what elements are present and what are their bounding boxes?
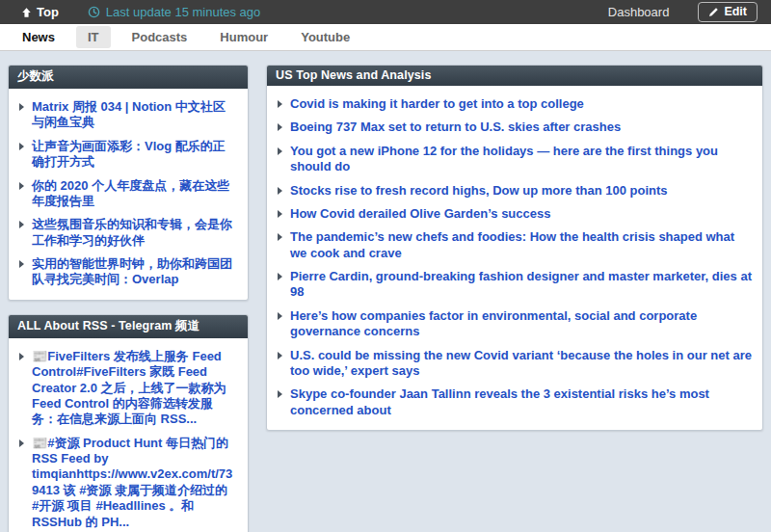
feed-item-link[interactable]: Here’s how companies factor in environme…	[290, 308, 752, 340]
category-tab-bar: News IT Podcasts Humour Youtube	[0, 24, 771, 51]
scroll-top-link[interactable]: Top	[21, 5, 59, 19]
feed-item: U.S. could be missing the new Covid vari…	[272, 344, 758, 384]
scroll-top-label: Top	[37, 5, 59, 19]
right-column: US Top News and Analysis Covid is making…	[266, 65, 763, 431]
feed-item-link[interactable]: 实用的智能世界时钟，助你和跨国团队寻找完美时间：Overlap	[32, 256, 237, 288]
item-bullet-icon	[19, 439, 24, 447]
feed-item: Here’s how companies factor in environme…	[272, 305, 758, 344]
panel-all-about-rss: ALL About RSS - Telegram 频道 📰FiveFilters…	[8, 314, 249, 532]
feed-item: Pierre Cardin, ground-breaking fashion d…	[272, 265, 758, 305]
tab-news[interactable]: News	[11, 26, 66, 48]
item-bullet-icon	[19, 353, 24, 360]
item-bullet-icon	[278, 210, 282, 218]
feed-item-link[interactable]: Pierre Cardin, ground-breaking fashion d…	[290, 269, 752, 301]
feed-item-link[interactable]: How Covid derailed Olive Garden’s succes…	[290, 206, 550, 222]
last-update-text: Last update 15 minutes ago	[106, 5, 260, 19]
edit-button[interactable]: Edit	[698, 2, 758, 22]
feed-item: Matrix 周报 034 | Notion 中文社区与闲鱼宝典	[13, 95, 243, 135]
feed-item: Stocks rise to fresh record highs, Dow u…	[272, 179, 758, 202]
item-bullet-icon	[278, 147, 282, 155]
top-bar: Top Last update 15 minutes ago Dashboard…	[0, 0, 771, 24]
feed-item: Skype co-founder Jaan Tallinn reveals th…	[272, 383, 758, 422]
feed-item-link[interactable]: The pandemic’s new chefs and foodies: Ho…	[290, 229, 752, 261]
item-bullet-icon	[278, 352, 282, 359]
tab-humour[interactable]: Humour	[208, 26, 279, 48]
panel-title: ALL About RSS - Telegram 频道	[9, 315, 248, 338]
feed-item-link[interactable]: Skype co-founder Jaan Tallinn reveals th…	[290, 386, 752, 418]
feed-item-link[interactable]: Covid is making it harder to get into a …	[290, 96, 584, 112]
feed-item-link[interactable]: You got a new iPhone 12 for the holidays…	[290, 144, 752, 175]
feed-list: Matrix 周报 034 | Notion 中文社区与闲鱼宝典 让声音为画面添…	[9, 89, 248, 300]
feed-item: You got a new iPhone 12 for the holidays…	[272, 140, 758, 179]
feed-list: Covid is making it harder to get into a …	[267, 86, 762, 430]
item-bullet-icon	[19, 103, 24, 111]
panel-title: US Top News and Analysis	[267, 66, 762, 86]
feed-item: How Covid derailed Olive Garden’s succes…	[272, 202, 758, 226]
item-bullet-icon	[278, 100, 282, 108]
dashboard-link[interactable]: Dashboard	[608, 5, 670, 19]
panel-shaoshupai: 少数派 Matrix 周报 034 | Notion 中文社区与闲鱼宝典 让声音…	[8, 65, 249, 301]
feed-item-link[interactable]: 📰FiveFilters 发布线上服务 Feed Control#FiveFil…	[32, 349, 237, 428]
last-update-status: Last update 15 minutes ago	[88, 5, 260, 19]
left-column: 少数派 Matrix 周报 034 | Notion 中文社区与闲鱼宝典 让声音…	[8, 65, 249, 532]
up-arrow-icon	[21, 7, 32, 18]
feed-item: 实用的智能世界时钟，助你和跨国团队寻找完美时间：Overlap	[13, 253, 243, 292]
feed-item-link[interactable]: 这些氛围音乐的知识和专辑，会是你工作和学习的好伙伴	[32, 217, 237, 249]
feed-item-link[interactable]: Boeing 737 Max set to return to U.S. ski…	[290, 120, 621, 135]
feed-item-link[interactable]: 让声音为画面添彩：Vlog 配乐的正确打开方式	[32, 139, 237, 171]
item-bullet-icon	[19, 221, 24, 228]
feed-item: Covid is making it harder to get into a …	[272, 93, 758, 116]
feed-item: 📰FiveFilters 发布线上服务 Feed Control#FiveFil…	[13, 345, 243, 432]
item-bullet-icon	[19, 143, 24, 150]
feed-item: 📰#资源 Product Hunt 每日热门的 RSS Feed by timq…	[13, 432, 243, 532]
feed-item: 让声音为画面添彩：Vlog 配乐的正确打开方式	[13, 135, 243, 174]
feed-item: The pandemic’s new chefs and foodies: Ho…	[272, 226, 758, 265]
item-bullet-icon	[278, 233, 282, 241]
feed-item-link[interactable]: U.S. could be missing the new Covid vari…	[290, 348, 752, 380]
panel-title: 少数派	[9, 66, 248, 89]
dashboard-content: 少数派 Matrix 周报 034 | Notion 中文社区与闲鱼宝典 让声音…	[0, 51, 771, 532]
feed-item-link[interactable]: 📰#资源 Product Hunt 每日热门的 RSS Feed by timq…	[32, 436, 237, 530]
feed-item: Boeing 737 Max set to return to U.S. ski…	[272, 116, 758, 139]
edit-button-label: Edit	[724, 5, 747, 18]
feed-item-link[interactable]: 你的 2020 个人年度盘点，藏在这些年度报告里	[32, 178, 237, 210]
feed-item: 这些氛围音乐的知识和专辑，会是你工作和学习的好伙伴	[13, 213, 243, 253]
tab-it[interactable]: IT	[76, 26, 111, 48]
tab-youtube[interactable]: Youtube	[289, 26, 361, 48]
feed-item: 你的 2020 个人年度盘点，藏在这些年度报告里	[13, 174, 243, 214]
item-bullet-icon	[278, 390, 282, 398]
clock-icon	[88, 6, 100, 18]
feed-item-link[interactable]: Stocks rise to fresh record highs, Dow u…	[290, 183, 668, 199]
feed-list: 📰FiveFilters 发布线上服务 Feed Control#FiveFil…	[9, 338, 248, 532]
tab-podcasts[interactable]: Podcasts	[120, 26, 199, 48]
item-bullet-icon	[19, 260, 24, 268]
item-bullet-icon	[278, 187, 282, 195]
pencil-icon	[708, 7, 719, 17]
panel-us-top-news: US Top News and Analysis Covid is making…	[266, 65, 763, 431]
feed-item-link[interactable]: Matrix 周报 034 | Notion 中文社区与闲鱼宝典	[32, 99, 237, 131]
item-bullet-icon	[19, 182, 24, 190]
item-bullet-icon	[278, 123, 282, 131]
item-bullet-icon	[278, 273, 282, 280]
item-bullet-icon	[278, 312, 282, 320]
